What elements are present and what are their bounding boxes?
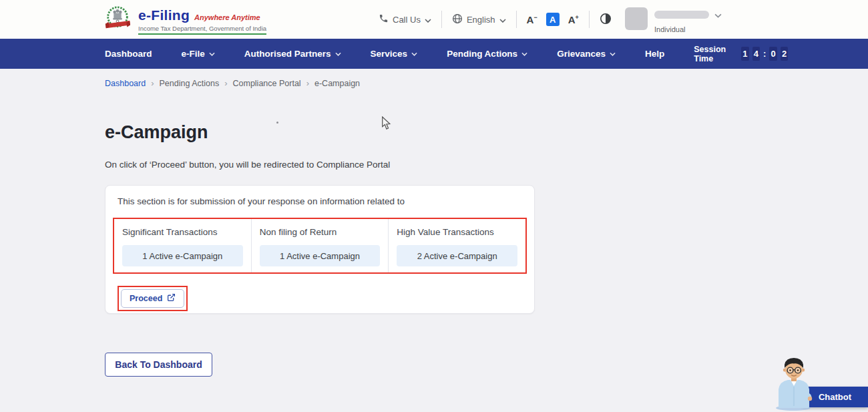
nav-item-dashboard[interactable]: Dashboard bbox=[105, 49, 152, 59]
session-colon: : bbox=[763, 49, 766, 59]
active-campaign-badge: 2 Active e-Campaign bbox=[397, 245, 517, 266]
categories-highlight-box: Significant Transactions 1 Active e-Camp… bbox=[113, 218, 527, 274]
session-digit: 4 bbox=[752, 47, 761, 61]
nav-item-e-file[interactable]: e-File bbox=[182, 49, 215, 59]
main-navbar: Dashboard e-File Authorised Partners Ser… bbox=[0, 39, 868, 69]
breadcrumb-dashboard[interactable]: Dashboard bbox=[105, 79, 146, 88]
nav-item-help[interactable]: Help bbox=[645, 49, 664, 59]
font-decrease-button[interactable]: A− bbox=[527, 15, 537, 25]
page-title: e-Campaign bbox=[105, 122, 208, 143]
user-menu[interactable]: Individual bbox=[625, 7, 722, 33]
language-label: English bbox=[467, 15, 495, 25]
call-us-label: Call Us bbox=[393, 15, 421, 25]
divider bbox=[441, 11, 442, 28]
nav-item-pending-actions[interactable]: Pending Actions bbox=[447, 49, 527, 59]
category-label: Significant Transactions bbox=[122, 227, 243, 237]
mouse-cursor-icon bbox=[381, 116, 391, 133]
category-label: High Value Transactions bbox=[397, 227, 517, 237]
logo-text: e-Filing Anywhere Anytime Income Tax Dep… bbox=[138, 7, 266, 35]
chevron-down-icon bbox=[499, 15, 506, 25]
breadcrumb-pending-actions[interactable]: Pending Actions bbox=[160, 79, 220, 88]
font-increase-button[interactable]: A+ bbox=[568, 15, 579, 25]
contrast-toggle[interactable] bbox=[600, 13, 612, 27]
chevron-down-icon bbox=[610, 52, 616, 56]
divider bbox=[516, 11, 517, 28]
session-timer: Session Time 1 4 : 0 2 bbox=[694, 45, 788, 63]
back-to-dashboard-button[interactable]: Back To Dashboard bbox=[105, 353, 212, 377]
contrast-icon bbox=[600, 13, 612, 27]
card-intro-text: This section is for submission of your r… bbox=[118, 196, 405, 206]
font-normal-button[interactable]: A bbox=[546, 13, 560, 26]
session-time-label: Session Time bbox=[694, 45, 735, 63]
stray-dot bbox=[276, 122, 278, 124]
chevron-down-icon bbox=[335, 52, 341, 56]
chevron-down-icon bbox=[209, 52, 215, 56]
call-us-menu[interactable]: Call Us bbox=[379, 13, 431, 25]
chevron-down-icon bbox=[425, 15, 431, 25]
category-non-filing-of-return: Non filing of Return 1 Active e-Campaign bbox=[252, 219, 389, 272]
session-digit: 1 bbox=[741, 47, 749, 61]
category-high-value-transactions: High Value Transactions 2 Active e-Campa… bbox=[389, 219, 525, 272]
breadcrumb-compliance-portal[interactable]: Compliance Portal bbox=[233, 79, 301, 88]
category-significant-transactions: Significant Transactions 1 Active e-Camp… bbox=[114, 219, 252, 272]
breadcrumb-separator: › bbox=[151, 78, 154, 88]
chatbot-avatar-icon[interactable] bbox=[771, 355, 817, 411]
session-digit: 0 bbox=[769, 47, 777, 61]
page-subtitle: On click of ‘Proceed’ button, you will b… bbox=[105, 160, 390, 170]
logo-subtitle: Income Tax Department, Government of Ind… bbox=[138, 25, 266, 35]
breadcrumb-separator: › bbox=[224, 78, 227, 88]
logo-tagline: Anywhere Anytime bbox=[194, 13, 260, 21]
category-label: Non filing of Return bbox=[260, 227, 381, 237]
chevron-down-icon bbox=[521, 52, 527, 56]
main-content: Dashboard › Pending Actions › Compliance… bbox=[0, 69, 868, 412]
breadcrumb-e-campaign: e-Campaign bbox=[314, 79, 360, 88]
divider bbox=[589, 11, 590, 28]
active-campaign-badge: 1 Active e-Campaign bbox=[260, 245, 381, 266]
e-campaign-card: This section is for submission of your r… bbox=[105, 185, 535, 314]
logo-title: e-Filing bbox=[138, 7, 190, 23]
nav-item-grievances[interactable]: Grievances bbox=[557, 49, 616, 59]
avatar bbox=[625, 7, 648, 30]
globe-icon bbox=[452, 13, 463, 26]
nav-item-authorised-partners[interactable]: Authorised Partners bbox=[244, 49, 341, 59]
external-link-icon bbox=[167, 293, 176, 304]
user-type-label: Individual bbox=[654, 25, 722, 33]
income-tax-emblem-icon bbox=[103, 4, 132, 37]
breadcrumb: Dashboard › Pending Actions › Compliance… bbox=[105, 78, 360, 88]
header: e-Filing Anywhere Anytime Income Tax Dep… bbox=[0, 0, 868, 39]
chevron-down-icon bbox=[714, 9, 722, 21]
breadcrumb-separator: › bbox=[306, 78, 309, 88]
language-menu[interactable]: English bbox=[452, 13, 506, 26]
proceed-highlight-box: Proceed bbox=[118, 286, 188, 311]
proceed-button[interactable]: Proceed bbox=[121, 289, 184, 308]
font-size-controls: A− A A+ bbox=[527, 13, 579, 26]
user-meta: Individual bbox=[654, 7, 722, 33]
e-filing-portal-screen: e-Filing Anywhere Anytime Income Tax Dep… bbox=[0, 0, 868, 412]
efiling-logo[interactable]: e-Filing Anywhere Anytime Income Tax Dep… bbox=[103, 4, 266, 37]
nav-item-services[interactable]: Services bbox=[371, 49, 418, 59]
phone-icon bbox=[379, 13, 389, 25]
user-name-redacted bbox=[654, 11, 709, 19]
header-controls: Call Us English A− A A+ bbox=[379, 0, 612, 39]
chevron-down-icon bbox=[411, 52, 417, 56]
session-digit: 2 bbox=[781, 47, 789, 61]
active-campaign-badge: 1 Active e-Campaign bbox=[122, 245, 243, 266]
